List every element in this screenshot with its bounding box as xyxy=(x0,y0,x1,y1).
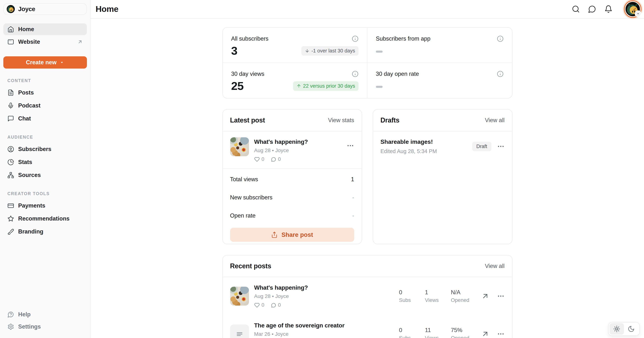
sidebar-item-label: Subscribers xyxy=(18,146,51,152)
sidebar-section-creator-tools: Creator tools Payments Recommendations B… xyxy=(3,182,87,238)
triangle-down-icon xyxy=(60,60,64,65)
sidebar-item-podcast[interactable]: Podcast xyxy=(3,99,87,112)
workspace-name: Joyce xyxy=(18,6,35,12)
create-new-button[interactable]: Create new xyxy=(3,56,87,68)
post-menu-button[interactable] xyxy=(346,142,354,150)
post-thumbnail xyxy=(230,287,249,306)
main-area: Home xyxy=(90,0,644,338)
sidebar-item-help[interactable]: Help xyxy=(3,308,87,320)
external-link-icon xyxy=(77,39,83,45)
sidebar-item-website[interactable]: Website xyxy=(3,36,87,48)
sidebar-section-audience: Audience Subscribers Stats Sources xyxy=(3,125,87,182)
post-title: The age of the sovereign creator xyxy=(254,322,399,329)
microphone-icon xyxy=(8,102,14,109)
stats-overview-card: All subscribers 3 -1 over last 30 days xyxy=(222,27,512,98)
bell-icon xyxy=(604,5,612,13)
heart-icon xyxy=(254,156,260,162)
home-icon xyxy=(8,26,14,32)
sidebar-item-stats[interactable]: Stats xyxy=(3,156,87,169)
metric-row-new-subscribers: New subscribers - xyxy=(230,188,354,206)
sidebar-item-label: Stats xyxy=(18,159,32,166)
likes-group: 0 xyxy=(254,302,264,308)
sidebar-item-settings[interactable]: Settings xyxy=(3,320,87,333)
stat-col-value: 0 xyxy=(399,327,422,334)
file-text-icon xyxy=(8,89,14,96)
notifications-button[interactable] xyxy=(604,5,612,13)
sidebar-item-label: Payments xyxy=(18,202,45,209)
info-icon[interactable] xyxy=(497,70,504,77)
post-menu-button[interactable] xyxy=(497,330,505,338)
open-post-button[interactable] xyxy=(481,292,490,300)
stat-cell-all-subscribers[interactable]: All subscribers 3 -1 over last 30 days xyxy=(223,28,368,63)
empty-value-placeholder xyxy=(376,50,382,53)
stat-col-subs: 0 Subs xyxy=(399,289,422,303)
metric-label: Open rate xyxy=(230,212,256,219)
stat-col-views: 11 Views xyxy=(425,327,448,338)
sidebar-item-sources[interactable]: Sources xyxy=(3,169,87,182)
messages-button[interactable] xyxy=(588,5,596,13)
sidebar-item-payments[interactable]: Payments xyxy=(3,199,87,212)
recent-post-row[interactable]: The age of the sovereign creator Mar 26 … xyxy=(223,315,512,338)
stat-trend-text: 22 versus prior 30 days xyxy=(303,83,355,89)
moon-icon xyxy=(628,326,635,332)
stat-trend-badge: 22 versus prior 30 days xyxy=(293,81,358,91)
info-icon[interactable] xyxy=(352,70,358,77)
pie-chart-icon xyxy=(8,159,14,166)
drafts-card: Drafts View all Shareable images! Edited… xyxy=(373,109,512,244)
heart-icon xyxy=(254,302,260,308)
comment-bubble-icon xyxy=(271,156,276,162)
draft-item[interactable]: Shareable images! Edited Aug 28, 5:34 PM… xyxy=(373,132,512,162)
stat-col-value: 75% xyxy=(451,327,474,334)
text-lines-icon xyxy=(235,329,244,338)
recent-post-row[interactable]: What's happening? Aug 28 • Joyce 0 xyxy=(223,277,512,315)
credit-card-icon xyxy=(8,202,14,209)
theme-dark-button[interactable] xyxy=(624,323,638,335)
post-thumbnail xyxy=(230,137,249,156)
sidebar-item-label: Sources xyxy=(18,172,41,178)
sidebar-item-posts[interactable]: Posts xyxy=(3,86,87,99)
stat-cell-30-day-views[interactable]: 30 day views 25 22 versus prior 30 days xyxy=(223,63,368,98)
stat-col-subs: 0 Subs xyxy=(399,327,422,338)
sidebar-item-recommendations[interactable]: Recommendations xyxy=(3,212,87,225)
stat-cell-30-day-open-rate[interactable]: 30 day open rate xyxy=(368,63,512,98)
sidebar-item-chat[interactable]: Chat xyxy=(3,112,87,125)
theme-light-button[interactable] xyxy=(610,323,624,335)
sidebar-item-branding[interactable]: Branding xyxy=(3,225,87,238)
cards-row: Latest post View stats What's happening?… xyxy=(222,109,512,244)
sidebar-item-home[interactable]: Home xyxy=(3,23,87,35)
view-stats-link[interactable]: View stats xyxy=(328,117,354,124)
metric-row-open-rate: Open rate - xyxy=(230,206,354,225)
info-icon[interactable] xyxy=(352,36,358,42)
speech-bubble-icon xyxy=(8,115,14,122)
create-new-label: Create new xyxy=(26,59,56,66)
info-icon[interactable] xyxy=(497,36,504,42)
question-bubble-icon xyxy=(8,311,14,318)
stat-cell-subscribers-from-app[interactable]: Subscribers from app xyxy=(368,28,512,63)
star-icon xyxy=(8,215,14,222)
workspace-switcher[interactable]: Joyce xyxy=(3,3,87,15)
account-menu-button[interactable] xyxy=(626,2,640,16)
sidebar-item-subscribers[interactable]: Subscribers xyxy=(3,143,87,156)
comments-group: 0 xyxy=(271,302,281,308)
metric-label: New subscribers xyxy=(230,194,272,201)
section-title: Creator tools xyxy=(8,191,87,196)
latest-post-item[interactable]: What's happening? Aug 28 • Joyce 0 xyxy=(223,132,362,162)
post-menu-button[interactable] xyxy=(497,292,505,300)
share-post-button[interactable]: Share post xyxy=(230,228,354,242)
open-post-button[interactable] xyxy=(481,330,490,338)
stat-col-value: 11 xyxy=(425,327,448,334)
draft-menu-button[interactable] xyxy=(497,142,505,150)
draft-title: Shareable images! xyxy=(380,138,472,145)
arrow-down-icon xyxy=(305,48,310,53)
likes-count: 0 xyxy=(262,156,264,162)
stat-col-value: N/A xyxy=(451,289,474,296)
search-button[interactable] xyxy=(572,5,580,13)
network-tree-icon xyxy=(8,172,14,178)
view-all-drafts-link[interactable]: View all xyxy=(485,117,504,124)
view-all-posts-link[interactable]: View all xyxy=(485,263,504,270)
main-header: Home xyxy=(90,0,644,18)
comments-count: 0 xyxy=(278,156,281,162)
stat-value: 3 xyxy=(231,45,237,56)
workspace-avatar xyxy=(7,5,15,13)
card-title: Latest post xyxy=(230,116,265,124)
